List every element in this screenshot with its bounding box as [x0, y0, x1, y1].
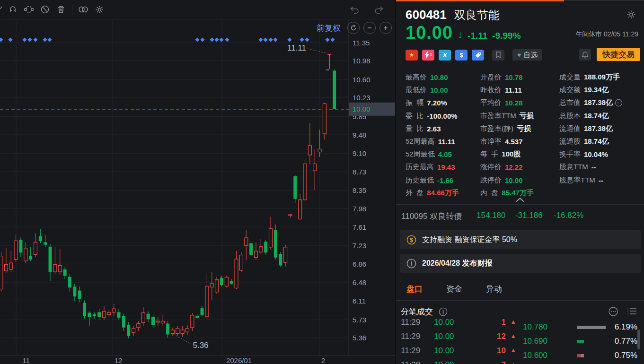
svg-text:2: 2: [321, 356, 325, 364]
list-view-icon[interactable]: [627, 306, 637, 316]
tab-资金[interactable]: 资金: [446, 284, 462, 298]
stat-value: --: [591, 163, 596, 171]
tick-row: 11:2910.001▲: [401, 319, 522, 329]
adjust-mode-button[interactable]: 前复权: [317, 23, 341, 34]
margin-notice-card[interactable]: $ 支持融资 融资保证金率 50%: [400, 230, 641, 249]
compare-icon[interactable]: [75, 2, 91, 17]
draw-tool-icon[interactable]: [0, 2, 5, 17]
chart-panel[interactable]: 11.115.3611.3510.9810.6010.239.859.489.1…: [0, 0, 396, 364]
stat-row: 最低价10.00: [406, 84, 480, 96]
stat-label: 股息TTM: [559, 163, 588, 172]
strategy-icon[interactable]: [21, 2, 37, 17]
up-triangle-icon: ▲: [510, 361, 516, 364]
stat-label: 市盈率TTM: [480, 112, 516, 121]
stat-value: 188.09万手: [584, 73, 620, 82]
tick-row: 11:2910.0012▲: [401, 329, 522, 343]
stat-row: 换手率10.04%: [559, 148, 640, 161]
price-change-pct: -9.99%: [492, 31, 520, 41]
add-favorite-button[interactable]: ♥ 自选: [512, 49, 542, 61]
collapse-stats-icon[interactable]: [515, 196, 525, 204]
quick-trade-button[interactable]: 快捷交易: [597, 48, 640, 61]
delete-drawings-icon[interactable]: [53, 2, 69, 17]
panel-settings-icon[interactable]: [626, 9, 636, 22]
stat-label: 跌停价: [480, 176, 502, 185]
stat-label: 成交量: [559, 73, 581, 82]
stat-row: 量 比2.63: [406, 122, 480, 135]
stat-row: 总股本18.74亿: [559, 110, 640, 122]
svg-text:5.36: 5.36: [193, 341, 208, 350]
stat-row: 委 比-100.00%: [406, 110, 480, 122]
dollar-badge-icon[interactable]: $: [455, 50, 468, 61]
undo-icon[interactable]: [346, 2, 362, 17]
earnings-notice-card[interactable]: i 2026/04/28 发布财报: [400, 254, 641, 273]
stat-label: 历史最高: [406, 163, 434, 172]
stat-row: 开盘价10.78: [480, 71, 559, 84]
bookmark-icon[interactable]: [492, 50, 504, 61]
depth-row: 10.6000.75%: [523, 347, 637, 361]
trading-app: 11.115.3611.3510.9810.6010.239.859.489.1…: [0, 0, 644, 364]
zoom-in-icon[interactable]: [379, 22, 392, 34]
stock-code: 600481: [406, 8, 447, 22]
list-scrollbar[interactable]: [637, 329, 640, 349]
stat-row: 历史最低-1.66: [406, 174, 480, 187]
stat-label: 委 比: [406, 112, 423, 121]
stat-value: 4.05: [438, 150, 452, 158]
tick-row: 11:2910.007▲: [401, 357, 522, 364]
stat-label: 外 盘: [406, 189, 423, 198]
svg-text:i: i: [411, 260, 412, 267]
stat-row: 历史最高19.43: [406, 161, 480, 173]
quote-panel: 600481 双良节能 10.00 ↓ -1.11 -9.99% 午间休市 02…: [396, 0, 644, 364]
cn-flag-icon[interactable]: ★: [406, 50, 418, 61]
tab-异动[interactable]: 异动: [486, 284, 502, 298]
stat-label: 股息率TTM: [559, 176, 595, 185]
stat-row: 每 手100股: [480, 148, 559, 161]
hide-drawings-icon[interactable]: [37, 2, 53, 17]
stat-label: 流通值: [559, 124, 581, 133]
more-circle-icon[interactable]: [608, 306, 618, 317]
alert-bell-icon[interactable]: [579, 49, 591, 61]
x-badge-icon[interactable]: X: [439, 50, 451, 61]
svg-text:11.11: 11.11: [287, 43, 306, 52]
svg-text:5.36: 5.36: [353, 334, 366, 342]
svg-text:10.00: 10.00: [353, 105, 371, 113]
magnet-icon[interactable]: [5, 2, 21, 17]
redo-icon[interactable]: [371, 2, 387, 17]
stat-label: 最低价: [406, 86, 427, 95]
indicator-settings-icon[interactable]: [91, 2, 107, 17]
price-change: -1.11: [468, 31, 487, 41]
stock-name: 双良节能: [454, 8, 500, 23]
stat-label: 成交额: [559, 86, 581, 95]
stat-label: 内 盘: [480, 189, 498, 198]
reset-zoom-icon[interactable]: [347, 22, 360, 34]
stat-value: 187.38亿: [584, 124, 613, 133]
bottom-tabs: 盘口资金异动: [406, 284, 502, 298]
margin-dollar-icon: $: [406, 235, 416, 245]
stat-value: 11.11: [505, 86, 522, 94]
stat-label: 市净率: [480, 137, 502, 146]
stat-label: 昨收价: [480, 86, 502, 95]
stat-row: 振 幅7.20%: [406, 96, 480, 109]
up-triangle-icon: ▲: [510, 347, 516, 354]
lightning-icon[interactable]: 1: [422, 50, 434, 61]
stat-row: 股息TTM--: [559, 161, 640, 173]
zoom-out-icon[interactable]: [363, 22, 376, 34]
svg-text:8.35: 8.35: [353, 186, 366, 194]
tick-row: 11:2910.0010▲: [401, 343, 522, 357]
stat-value: 10.00: [505, 176, 523, 184]
candlestick-chart[interactable]: 11.115.3611.3510.9810.6010.239.859.489.1…: [0, 0, 396, 364]
ticks-title: 分笔成交: [401, 306, 433, 317]
ticks-info-icon[interactable]: i: [439, 307, 448, 316]
stat-label: 总股本: [559, 112, 581, 121]
ticks-header-icons: [608, 306, 637, 317]
stat-label: 涨停价: [480, 163, 502, 172]
tag-icon[interactable]: [472, 50, 484, 61]
svg-text:8.73: 8.73: [353, 168, 366, 176]
stat-label: 市盈率(静): [480, 124, 513, 133]
stat-label: 历史最低: [406, 176, 434, 185]
bond-name: 110095 双良转债: [401, 211, 462, 222]
more-info-icon[interactable]: [615, 99, 623, 107]
tab-盘口[interactable]: 盘口: [406, 284, 423, 298]
stat-label: 开盘价: [480, 73, 502, 82]
stat-row: 流通股18.74亿: [559, 135, 640, 148]
svg-text:6.11: 6.11: [353, 297, 366, 305]
